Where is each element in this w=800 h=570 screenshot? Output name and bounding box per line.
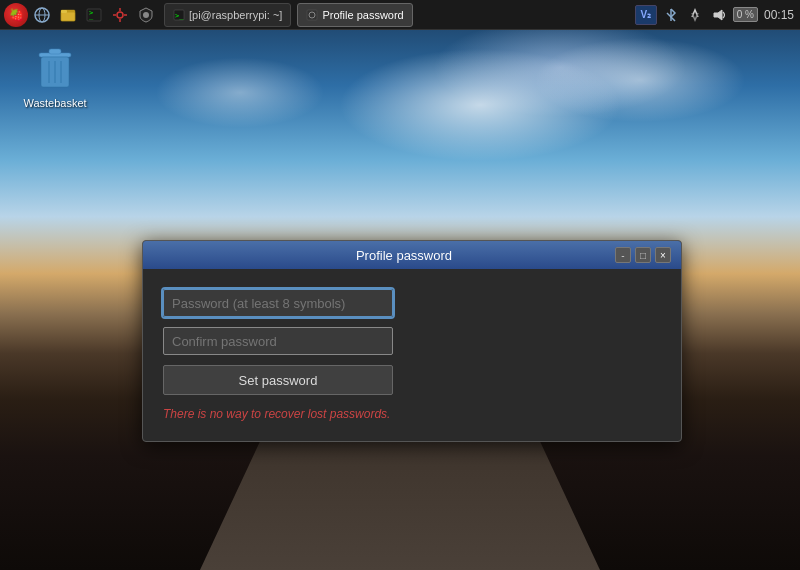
confirm-password-input[interactable] [163,327,393,355]
taskbar-tray: V₂ [635,5,800,25]
battery-indicator: 0 % [733,7,758,22]
wastebasket-icon[interactable]: Wastebasket [20,45,90,109]
minimize-button[interactable]: - [615,247,631,263]
settings-icon[interactable] [108,3,132,27]
taskbar: 🍓 _ > [0,0,800,30]
bluetooth-icon[interactable] [661,5,681,25]
set-password-button[interactable]: Set password [163,365,393,395]
wastebasket-image [31,45,79,93]
warning-text: There is no way to recover lost password… [163,407,661,421]
antivirus-icon[interactable] [134,3,158,27]
v2-icon[interactable]: V₂ [635,5,657,25]
raspberry-menu-icon[interactable]: 🍓 [4,3,28,27]
svg-marker-19 [714,10,722,20]
maximize-button[interactable]: □ [635,247,651,263]
svg-rect-21 [49,49,61,54]
profile-password-dialog: Profile password - □ × Set password Ther… [142,240,682,442]
files-icon[interactable] [56,3,80,27]
svg-rect-4 [61,12,75,21]
network-icon[interactable] [685,5,705,25]
dialog-controls: - □ × [615,247,671,263]
wastebasket-label: Wastebasket [23,97,86,109]
dialog-title: Profile password [193,248,615,263]
password-input[interactable] [163,289,393,317]
terminal-window-button[interactable]: >_ [pi@raspberrypi: ~] [164,3,291,27]
dialog-content: Set password There is no way to recover … [143,269,681,441]
svg-rect-5 [61,10,67,13]
browser-icon[interactable] [30,3,54,27]
desktop: 🍓 _ > [0,0,800,570]
clock: 00:15 [764,8,794,22]
close-button[interactable]: × [655,247,671,263]
terminal-icon[interactable]: _ > [82,3,106,27]
svg-text:>: > [89,9,93,17]
taskbar-left: 🍓 _ > [0,3,413,27]
terminal-window-label: [pi@raspberrypi: ~] [189,9,282,21]
dialog-titlebar: Profile password - □ × [143,241,681,269]
svg-point-14 [143,12,149,18]
svg-point-9 [117,12,123,18]
volume-icon[interactable] [709,5,729,25]
svg-text:>_: >_ [175,12,184,20]
dialog-window-label: Profile password [322,9,403,21]
dialog-window-button[interactable]: Profile password [297,3,412,27]
